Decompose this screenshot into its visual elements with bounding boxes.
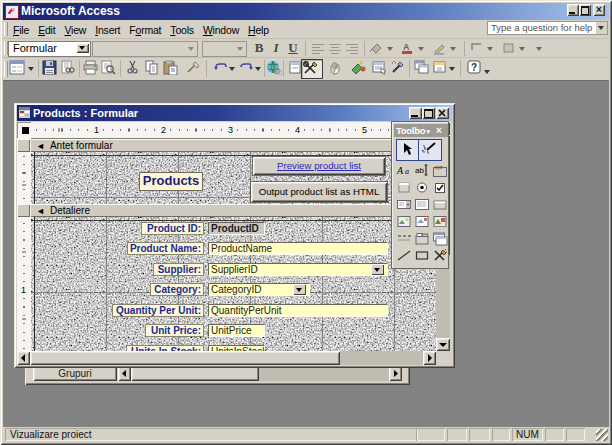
svg-text:a: a <box>405 167 409 176</box>
svg-text:xyz: xyz <box>435 164 443 170</box>
svg-text:?: ? <box>471 62 477 73</box>
svg-text:A: A <box>403 42 410 52</box>
svg-text:ab: ab <box>415 166 424 175</box>
svg-text:A: A <box>396 165 404 176</box>
